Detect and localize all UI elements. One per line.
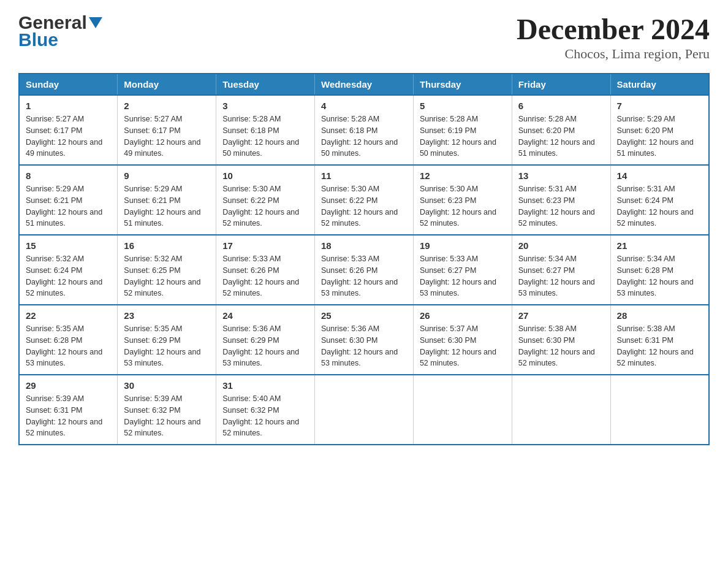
calendar-day-cell: 5 Sunrise: 5:28 AM Sunset: 6:19 PM Dayli… <box>413 95 512 165</box>
logo-triangle-icon <box>89 17 102 31</box>
day-info: Sunrise: 5:32 AM Sunset: 6:25 PM Dayligh… <box>124 253 210 299</box>
calendar-week-row: 1 Sunrise: 5:27 AM Sunset: 6:17 PM Dayli… <box>19 95 709 165</box>
day-number: 2 <box>124 101 210 111</box>
svg-marker-0 <box>89 17 102 28</box>
calendar-title-block: December 2024 Chocos, Lima region, Peru <box>517 12 710 62</box>
calendar-table: Sunday Monday Tuesday Wednesday Thursday… <box>18 73 710 445</box>
calendar-day-cell: 25 Sunrise: 5:36 AM Sunset: 6:30 PM Dayl… <box>315 305 414 375</box>
day-number: 19 <box>420 240 506 251</box>
day-number: 22 <box>26 310 111 321</box>
day-number: 29 <box>26 380 111 391</box>
day-number: 11 <box>321 170 407 181</box>
day-number: 12 <box>420 170 506 181</box>
logo-blue-text: Blue <box>18 29 58 50</box>
day-number: 4 <box>321 101 407 111</box>
calendar-day-cell: 18 Sunrise: 5:33 AM Sunset: 6:26 PM Dayl… <box>315 235 414 305</box>
col-sunday: Sunday <box>19 74 118 95</box>
calendar-day-cell: 17 Sunrise: 5:33 AM Sunset: 6:26 PM Dayl… <box>216 235 315 305</box>
day-info: Sunrise: 5:27 AM Sunset: 6:17 PM Dayligh… <box>124 113 210 159</box>
day-number: 10 <box>222 170 308 181</box>
calendar-week-row: 8 Sunrise: 5:29 AM Sunset: 6:21 PM Dayli… <box>19 165 709 235</box>
day-info: Sunrise: 5:40 AM Sunset: 6:32 PM Dayligh… <box>222 393 308 439</box>
col-monday: Monday <box>118 74 216 95</box>
col-saturday: Saturday <box>610 74 709 95</box>
day-number: 14 <box>617 170 702 181</box>
day-number: 13 <box>518 170 604 181</box>
calendar-week-row: 15 Sunrise: 5:32 AM Sunset: 6:24 PM Dayl… <box>19 235 709 305</box>
day-info: Sunrise: 5:34 AM Sunset: 6:27 PM Dayligh… <box>518 253 604 299</box>
day-info: Sunrise: 5:39 AM Sunset: 6:32 PM Dayligh… <box>124 393 210 439</box>
day-info: Sunrise: 5:32 AM Sunset: 6:24 PM Dayligh… <box>26 253 111 299</box>
calendar-day-cell: 29 Sunrise: 5:39 AM Sunset: 6:31 PM Dayl… <box>19 375 118 445</box>
day-number: 30 <box>124 380 210 391</box>
day-info: Sunrise: 5:29 AM Sunset: 6:20 PM Dayligh… <box>617 113 702 159</box>
day-number: 9 <box>124 170 210 181</box>
day-info: Sunrise: 5:31 AM Sunset: 6:23 PM Dayligh… <box>518 183 604 229</box>
calendar-day-cell: 4 Sunrise: 5:28 AM Sunset: 6:18 PM Dayli… <box>315 95 414 165</box>
day-number: 20 <box>518 240 604 251</box>
day-number: 17 <box>222 240 308 251</box>
calendar-day-cell: 7 Sunrise: 5:29 AM Sunset: 6:20 PM Dayli… <box>610 95 709 165</box>
calendar-day-cell: 31 Sunrise: 5:40 AM Sunset: 6:32 PM Dayl… <box>216 375 315 445</box>
day-number: 16 <box>124 240 210 251</box>
day-number: 28 <box>617 310 702 321</box>
calendar-week-row: 22 Sunrise: 5:35 AM Sunset: 6:28 PM Dayl… <box>19 305 709 375</box>
day-info: Sunrise: 5:28 AM Sunset: 6:20 PM Dayligh… <box>518 113 604 159</box>
day-number: 7 <box>617 101 702 111</box>
calendar-week-row: 29 Sunrise: 5:39 AM Sunset: 6:31 PM Dayl… <box>19 375 709 445</box>
calendar-day-cell: 27 Sunrise: 5:38 AM Sunset: 6:30 PM Dayl… <box>512 305 610 375</box>
page-header: General Blue December 2024 Chocos, Lima … <box>18 12 710 62</box>
calendar-day-cell: 21 Sunrise: 5:34 AM Sunset: 6:28 PM Dayl… <box>610 235 709 305</box>
day-number: 18 <box>321 240 407 251</box>
calendar-header-row: Sunday Monday Tuesday Wednesday Thursday… <box>19 74 709 95</box>
calendar-day-cell <box>610 375 709 445</box>
day-info: Sunrise: 5:38 AM Sunset: 6:31 PM Dayligh… <box>617 323 702 369</box>
day-info: Sunrise: 5:28 AM Sunset: 6:18 PM Dayligh… <box>222 113 308 159</box>
calendar-day-cell: 23 Sunrise: 5:35 AM Sunset: 6:29 PM Dayl… <box>118 305 216 375</box>
day-number: 8 <box>26 170 111 181</box>
calendar-day-cell: 2 Sunrise: 5:27 AM Sunset: 6:17 PM Dayli… <box>118 95 216 165</box>
calendar-day-cell: 12 Sunrise: 5:30 AM Sunset: 6:23 PM Dayl… <box>413 165 512 235</box>
calendar-day-cell: 8 Sunrise: 5:29 AM Sunset: 6:21 PM Dayli… <box>19 165 118 235</box>
day-info: Sunrise: 5:30 AM Sunset: 6:22 PM Dayligh… <box>222 183 308 229</box>
day-info: Sunrise: 5:27 AM Sunset: 6:17 PM Dayligh… <box>26 113 111 159</box>
day-info: Sunrise: 5:33 AM Sunset: 6:27 PM Dayligh… <box>420 253 506 299</box>
day-info: Sunrise: 5:36 AM Sunset: 6:30 PM Dayligh… <box>321 323 407 369</box>
day-info: Sunrise: 5:28 AM Sunset: 6:19 PM Dayligh… <box>420 113 506 159</box>
day-info: Sunrise: 5:35 AM Sunset: 6:28 PM Dayligh… <box>26 323 111 369</box>
day-info: Sunrise: 5:28 AM Sunset: 6:18 PM Dayligh… <box>321 113 407 159</box>
day-number: 31 <box>222 380 308 391</box>
day-number: 15 <box>26 240 111 251</box>
day-number: 1 <box>26 101 111 111</box>
calendar-day-cell: 28 Sunrise: 5:38 AM Sunset: 6:31 PM Dayl… <box>610 305 709 375</box>
day-number: 27 <box>518 310 604 321</box>
calendar-day-cell <box>315 375 414 445</box>
day-info: Sunrise: 5:30 AM Sunset: 6:23 PM Dayligh… <box>420 183 506 229</box>
logo: General Blue <box>18 12 102 50</box>
calendar-day-cell: 30 Sunrise: 5:39 AM Sunset: 6:32 PM Dayl… <box>118 375 216 445</box>
day-info: Sunrise: 5:33 AM Sunset: 6:26 PM Dayligh… <box>222 253 308 299</box>
day-info: Sunrise: 5:31 AM Sunset: 6:24 PM Dayligh… <box>617 183 702 229</box>
calendar-day-cell: 14 Sunrise: 5:31 AM Sunset: 6:24 PM Dayl… <box>610 165 709 235</box>
col-wednesday: Wednesday <box>315 74 414 95</box>
day-number: 5 <box>420 101 506 111</box>
calendar-day-cell: 9 Sunrise: 5:29 AM Sunset: 6:21 PM Dayli… <box>118 165 216 235</box>
calendar-day-cell: 15 Sunrise: 5:32 AM Sunset: 6:24 PM Dayl… <box>19 235 118 305</box>
day-number: 25 <box>321 310 407 321</box>
day-number: 26 <box>420 310 506 321</box>
calendar-day-cell <box>512 375 610 445</box>
day-info: Sunrise: 5:37 AM Sunset: 6:30 PM Dayligh… <box>420 323 506 369</box>
day-info: Sunrise: 5:36 AM Sunset: 6:29 PM Dayligh… <box>222 323 308 369</box>
calendar-day-cell: 11 Sunrise: 5:30 AM Sunset: 6:22 PM Dayl… <box>315 165 414 235</box>
calendar-day-cell: 26 Sunrise: 5:37 AM Sunset: 6:30 PM Dayl… <box>413 305 512 375</box>
col-friday: Friday <box>512 74 610 95</box>
day-info: Sunrise: 5:35 AM Sunset: 6:29 PM Dayligh… <box>124 323 210 369</box>
calendar-day-cell: 24 Sunrise: 5:36 AM Sunset: 6:29 PM Dayl… <box>216 305 315 375</box>
calendar-day-cell: 16 Sunrise: 5:32 AM Sunset: 6:25 PM Dayl… <box>118 235 216 305</box>
calendar-day-cell: 3 Sunrise: 5:28 AM Sunset: 6:18 PM Dayli… <box>216 95 315 165</box>
col-tuesday: Tuesday <box>216 74 315 95</box>
day-info: Sunrise: 5:29 AM Sunset: 6:21 PM Dayligh… <box>26 183 111 229</box>
calendar-day-cell <box>413 375 512 445</box>
day-number: 23 <box>124 310 210 321</box>
day-info: Sunrise: 5:38 AM Sunset: 6:30 PM Dayligh… <box>518 323 604 369</box>
